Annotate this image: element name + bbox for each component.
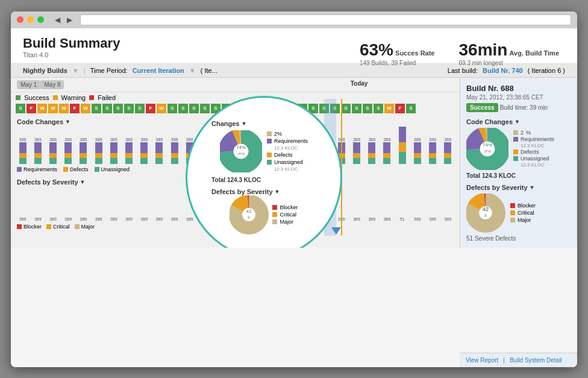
right-panel-pie: 74% una bbox=[466, 128, 508, 170]
build-cell[interactable]: W bbox=[37, 104, 47, 113]
warning-legend-dot bbox=[53, 95, 58, 100]
build-cell[interactable]: F bbox=[27, 104, 36, 113]
una-legend-dot bbox=[95, 167, 99, 172]
back-button[interactable]: ◀ bbox=[52, 15, 62, 25]
blocker-label: Blocker bbox=[23, 224, 42, 230]
code-bar: 389 bbox=[16, 137, 30, 164]
def-legend-label: Defects bbox=[70, 166, 89, 172]
zoom-changes-legend: 2% Requirements 12.3 KLOC bbox=[267, 130, 308, 173]
req-legend-label: Requirements bbox=[23, 166, 57, 172]
maximize-button[interactable] bbox=[37, 16, 44, 23]
build-cell[interactable]: S bbox=[135, 104, 145, 113]
success-rate-sub: 149 Builds, 39 Failed bbox=[360, 60, 435, 66]
code-bar: 389 bbox=[425, 137, 439, 164]
close-button[interactable] bbox=[17, 16, 23, 23]
today-marker: Today bbox=[351, 80, 368, 89]
builds-filter[interactable]: Nightly Builds bbox=[23, 67, 67, 74]
build-cell[interactable]: S bbox=[319, 104, 329, 113]
code-bar: 389 bbox=[107, 137, 120, 164]
build-cell[interactable]: F bbox=[70, 104, 80, 113]
timeline-header: May 1 May 8 Today bbox=[11, 78, 460, 92]
zoom-defect-pie: 42 8 bbox=[230, 195, 269, 235]
build-cell[interactable]: W bbox=[157, 104, 166, 113]
defect-bar: 389 bbox=[137, 217, 151, 221]
build-cell[interactable]: S bbox=[352, 104, 361, 113]
right-panel-status-badge: Success bbox=[466, 103, 498, 112]
avg-build-label: Avg. Build Time bbox=[509, 49, 559, 57]
code-bar: 389 bbox=[31, 137, 45, 164]
chart-area: May 1 May 8 Today Success Warning Failed bbox=[11, 78, 460, 248]
last-build-label: Last build: bbox=[448, 67, 478, 74]
build-cell[interactable]: S bbox=[341, 104, 351, 113]
build-cell[interactable]: S bbox=[16, 104, 25, 113]
forward-button[interactable]: ▶ bbox=[64, 15, 74, 25]
svg-text:42: 42 bbox=[246, 209, 252, 214]
build-cell[interactable]: S bbox=[189, 104, 199, 113]
right-panel-build-time: Build time: 39 min bbox=[500, 104, 548, 111]
build-cell[interactable]: S bbox=[330, 104, 340, 113]
code-bar: 389 bbox=[137, 137, 151, 164]
avg-build-block: 36min Avg. Build Time 69.3 min longest bbox=[458, 40, 559, 66]
build-cell[interactable]: S bbox=[167, 104, 177, 113]
nav-arrows: ◀ ▶ bbox=[52, 15, 74, 25]
build-cell[interactable]: S bbox=[124, 104, 134, 113]
iteration-end: ( Iteration 6 ) bbox=[528, 67, 565, 74]
build-cell[interactable]: W bbox=[81, 104, 90, 113]
code-bar: 389 bbox=[365, 137, 379, 164]
build-cell[interactable]: S bbox=[363, 104, 372, 113]
build-cell[interactable]: F bbox=[395, 104, 405, 113]
time-period-value[interactable]: Current Iteration bbox=[133, 67, 184, 74]
build-cell[interactable]: S bbox=[113, 104, 123, 113]
code-bar: 389 bbox=[152, 137, 166, 164]
defect-bar: 389 bbox=[46, 217, 60, 221]
zoom-changes-pie: 74% una bbox=[220, 130, 262, 172]
code-bar: 389 bbox=[46, 137, 60, 164]
build-cell[interactable]: W bbox=[59, 104, 69, 113]
zoom-pie-row: 74% una 2% Requirements bbox=[220, 130, 308, 173]
build-cell[interactable]: S bbox=[374, 104, 383, 113]
una-legend-label: Unassigned bbox=[101, 166, 130, 172]
defect-bar: 389 bbox=[16, 217, 30, 221]
major-label: Major bbox=[81, 224, 95, 230]
defect-bar: 389 bbox=[107, 217, 120, 221]
address-bar[interactable] bbox=[80, 14, 571, 25]
code-bar: 389 bbox=[441, 137, 455, 164]
failed-legend-label: Failed bbox=[98, 94, 116, 101]
build-link[interactable]: Build Nr. 740 bbox=[483, 67, 523, 74]
success-rate-label: Succes Rate bbox=[395, 49, 434, 57]
success-legend-label: Success bbox=[24, 94, 49, 101]
build-cell[interactable]: W bbox=[384, 104, 394, 113]
code-bar: 389 bbox=[61, 137, 75, 164]
defect-bar: 389 bbox=[167, 217, 181, 221]
may8-marker: May 8 bbox=[40, 80, 64, 89]
title-bar: ◀ ▶ bbox=[11, 11, 577, 28]
code-bar: 389 bbox=[349, 137, 363, 164]
right-panel-build-date: May 21, 2012, 23:38:65 CET bbox=[466, 94, 571, 101]
build-cell[interactable]: S bbox=[406, 104, 416, 113]
svg-text:42: 42 bbox=[483, 206, 489, 212]
code-bar: 389 bbox=[410, 137, 424, 164]
defect-bar: 389 bbox=[441, 217, 455, 221]
build-cell[interactable]: S bbox=[92, 104, 101, 113]
build-cell[interactable]: S bbox=[178, 104, 188, 113]
app-window: ◀ ▶ Build Summary Titan 4.0 63% Succes R… bbox=[11, 11, 577, 367]
build-cell[interactable]: S bbox=[102, 104, 112, 113]
build-cell[interactable]: S bbox=[200, 104, 210, 113]
defect-bar: 389 bbox=[92, 217, 105, 221]
code-bar: 389 bbox=[77, 137, 90, 164]
zoom-changes-title: Changes ▼ bbox=[211, 120, 246, 127]
defect-bar: 389 bbox=[77, 217, 90, 221]
build-cell[interactable]: F bbox=[146, 104, 155, 113]
defect-bar: 389 bbox=[349, 217, 363, 221]
right-panel-defects-title: Defects by Severity ▼ bbox=[466, 184, 571, 191]
zoom-defect-title: Defects by Severity ▼ bbox=[211, 188, 280, 195]
def-legend-dot bbox=[63, 167, 68, 172]
zoom-overlay: Changes ▼ bbox=[186, 96, 342, 248]
code-bar: 389 bbox=[92, 137, 105, 164]
mini-pie-area: 74% una 2% Requirements 12.3 bbox=[466, 128, 571, 170]
build-cell[interactable]: W bbox=[48, 104, 58, 113]
right-panel-defect-pie: 42 8 bbox=[466, 194, 505, 233]
right-panel-total-kloc: Total 124.3 KLOC bbox=[466, 172, 571, 179]
defect-bar: 51 bbox=[395, 217, 409, 221]
minimize-button[interactable] bbox=[27, 16, 34, 23]
